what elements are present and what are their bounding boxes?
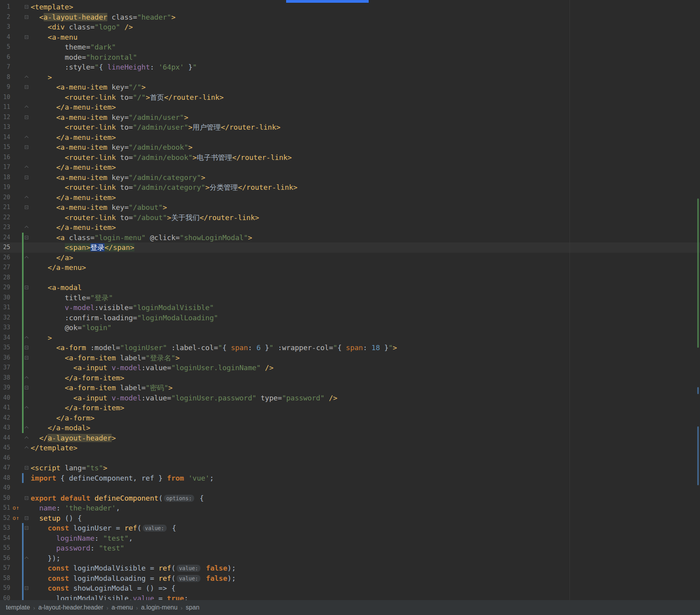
change-marker-added[interactable] — [22, 323, 24, 333]
code-line[interactable]: 3 <div class="logo" /> — [0, 22, 700, 32]
code-line[interactable]: 21 <a-menu-item key="/about"> — [0, 202, 700, 213]
code-line[interactable]: 31 v-model:visible="loginModalVisible" — [0, 303, 700, 313]
code-line[interactable]: 33 @ok="login" — [0, 323, 700, 333]
code-line[interactable]: 20 </a-menu-item> — [0, 193, 700, 203]
line-number[interactable]: 11 — [0, 102, 10, 112]
fold-region-end-icon[interactable] — [25, 376, 29, 380]
change-marker-added[interactable] — [22, 242, 24, 253]
line-number[interactable]: 27 — [0, 263, 10, 273]
fold-region-end-icon[interactable] — [25, 196, 29, 200]
line-number[interactable]: 49 — [0, 483, 10, 493]
line-number[interactable]: 18 — [0, 173, 10, 183]
line-number[interactable]: 56 — [0, 553, 10, 564]
code-line[interactable]: 17 </a-menu-item> — [0, 162, 700, 173]
line-number[interactable]: 21 — [0, 202, 10, 213]
change-marker-modified[interactable] — [22, 583, 24, 593]
fold-collapse-icon[interactable] — [25, 586, 28, 590]
line-number[interactable]: 15 — [0, 142, 10, 152]
code-line[interactable]: 13 <router-link to="/admin/user">用户管理</r… — [0, 122, 700, 132]
code-line[interactable]: 28 — [0, 273, 700, 283]
gutter-marker-icon[interactable]: o↑ — [13, 513, 19, 523]
line-number[interactable]: 23 — [0, 222, 10, 233]
breadcrumb-item[interactable]: a-menu — [110, 603, 135, 612]
change-marker-added[interactable] — [22, 303, 24, 313]
change-marker-added[interactable] — [22, 403, 24, 413]
line-number[interactable]: 50 — [0, 493, 10, 503]
line-number[interactable]: 55 — [0, 543, 10, 553]
code-line[interactable]: 12 <a-menu-item key="/admin/user"> — [0, 112, 700, 123]
fold-collapse-icon[interactable] — [25, 516, 28, 520]
line-number[interactable]: 14 — [0, 132, 10, 143]
fold-collapse-icon[interactable] — [25, 176, 28, 179]
fold-region-end-icon[interactable] — [25, 426, 29, 430]
fold-region-end-icon[interactable] — [25, 226, 29, 230]
change-marker-added[interactable] — [22, 413, 24, 423]
code-line[interactable]: 39 <a-form-item label="密码"> — [0, 383, 700, 393]
line-number[interactable]: 60 — [0, 593, 10, 600]
fold-region-end-icon[interactable] — [25, 75, 29, 79]
line-number[interactable]: 31 — [0, 303, 10, 313]
line-number[interactable]: 29 — [0, 283, 10, 293]
breadcrumb-item[interactable]: a-layout-header.header — [36, 603, 105, 612]
change-marker-added[interactable] — [22, 373, 24, 383]
change-marker-added[interactable] — [22, 263, 24, 273]
line-number[interactable]: 7 — [0, 62, 10, 72]
code-line[interactable]: 18 <a-menu-item key="/admin/category"> — [0, 173, 700, 183]
code-line[interactable]: 43 </a-modal> — [0, 423, 700, 433]
fold-collapse-icon[interactable] — [25, 35, 28, 39]
line-number[interactable]: 8 — [0, 72, 10, 83]
code-line[interactable]: 56 }); — [0, 553, 700, 564]
change-marker-added[interactable] — [22, 353, 24, 363]
code-line[interactable]: 10 <router-link to="/">首页</router-link> — [0, 92, 700, 103]
change-marker-modified[interactable] — [22, 563, 24, 573]
fold-collapse-icon[interactable] — [25, 85, 28, 89]
change-marker-added[interactable] — [22, 313, 24, 323]
change-marker-added[interactable] — [22, 343, 24, 353]
code-line[interactable]: 1<template> — [0, 2, 700, 12]
code-line[interactable]: 30 title="登录" — [0, 293, 700, 303]
gutter-marker-icon[interactable]: o↑ — [13, 503, 19, 513]
line-number[interactable]: 37 — [0, 363, 10, 373]
change-marker-modified[interactable] — [22, 533, 24, 543]
line-number[interactable]: 1 — [0, 2, 10, 12]
fold-collapse-icon[interactable] — [25, 286, 28, 289]
code-line[interactable]: 36 <a-form-item label="登录名"> — [0, 353, 700, 363]
change-marker-added[interactable] — [22, 293, 24, 303]
code-line[interactable]: 42 </a-form> — [0, 413, 700, 423]
line-number[interactable]: 12 — [0, 112, 10, 123]
fold-collapse-icon[interactable] — [25, 496, 28, 500]
code-line[interactable]: 35 <a-form :model="loginUser" :label-col… — [0, 343, 700, 353]
code-line[interactable]: 37 <a-input v-model:value="loginUser.log… — [0, 363, 700, 373]
line-number[interactable]: 2 — [0, 12, 10, 22]
code-line[interactable]: 25 <span>登录</span> — [0, 242, 700, 253]
scrollbar[interactable] — [694, 0, 700, 600]
code-line[interactable]: 55 password: "test" — [0, 543, 700, 553]
code-line[interactable]: 47<script lang="ts"> — [0, 463, 700, 473]
change-marker-added[interactable] — [22, 423, 24, 433]
line-number[interactable]: 30 — [0, 293, 10, 303]
code-line[interactable]: 4 <a-menu — [0, 32, 700, 42]
fold-collapse-icon[interactable] — [25, 206, 28, 209]
code-line[interactable]: 14 </a-menu-item> — [0, 132, 700, 143]
line-number[interactable]: 48 — [0, 473, 10, 483]
line-number[interactable]: 35 — [0, 343, 10, 353]
change-marker-modified[interactable] — [22, 553, 24, 564]
code-line[interactable]: 22 <router-link to="/about">关于我们</router… — [0, 213, 700, 223]
code-line[interactable]: 60 loginModalVisible.value = true; — [0, 593, 700, 600]
fold-collapse-icon[interactable] — [25, 526, 28, 530]
line-number[interactable]: 36 — [0, 353, 10, 363]
line-number[interactable]: 45 — [0, 443, 10, 453]
code-line[interactable]: 32 :confirm-loading="loginModalLoading" — [0, 313, 700, 323]
line-number[interactable]: 51 — [0, 503, 10, 513]
line-number[interactable]: 3 — [0, 22, 10, 32]
change-marker-modified[interactable] — [22, 523, 24, 533]
code-line[interactable]: 58 const loginModalLoading = ref(value: … — [0, 573, 700, 584]
change-marker-added[interactable] — [22, 393, 24, 403]
code-line[interactable]: 59 const showLoginModal = () => { — [0, 583, 700, 593]
line-number[interactable]: 38 — [0, 373, 10, 383]
line-number[interactable]: 22 — [0, 213, 10, 223]
change-marker-added[interactable] — [22, 363, 24, 373]
code-line[interactable]: 44 </a-layout-header> — [0, 433, 700, 443]
fold-collapse-icon[interactable] — [25, 145, 28, 149]
line-number[interactable]: 41 — [0, 403, 10, 413]
